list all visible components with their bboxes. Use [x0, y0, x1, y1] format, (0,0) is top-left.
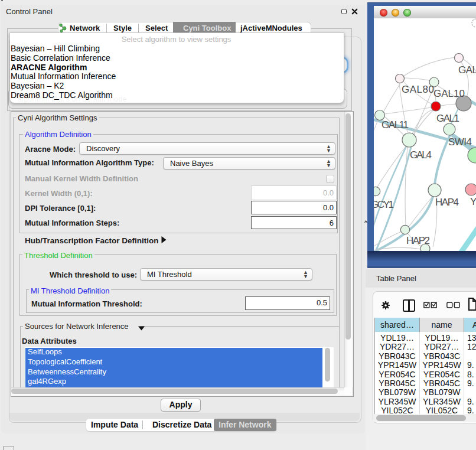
svg-text:GAL4: GAL4: [410, 149, 432, 161]
svg-text:GAL1: GAL1: [436, 113, 459, 124]
svg-text:HAP2: HAP2: [406, 235, 430, 246]
svg-text:GAL80: GAL80: [402, 84, 434, 95]
svg-text:GAL10: GAL10: [433, 88, 465, 99]
svg-text:GCY1: GCY1: [374, 199, 394, 210]
svg-text:GAL11: GAL11: [382, 119, 409, 131]
svg-text:SWI4: SWI4: [448, 136, 472, 148]
svg-text:GAL7: GAL7: [458, 64, 476, 76]
svg-text:HAP4: HAP4: [435, 197, 459, 208]
svg-text:Y: Y: [470, 196, 476, 207]
